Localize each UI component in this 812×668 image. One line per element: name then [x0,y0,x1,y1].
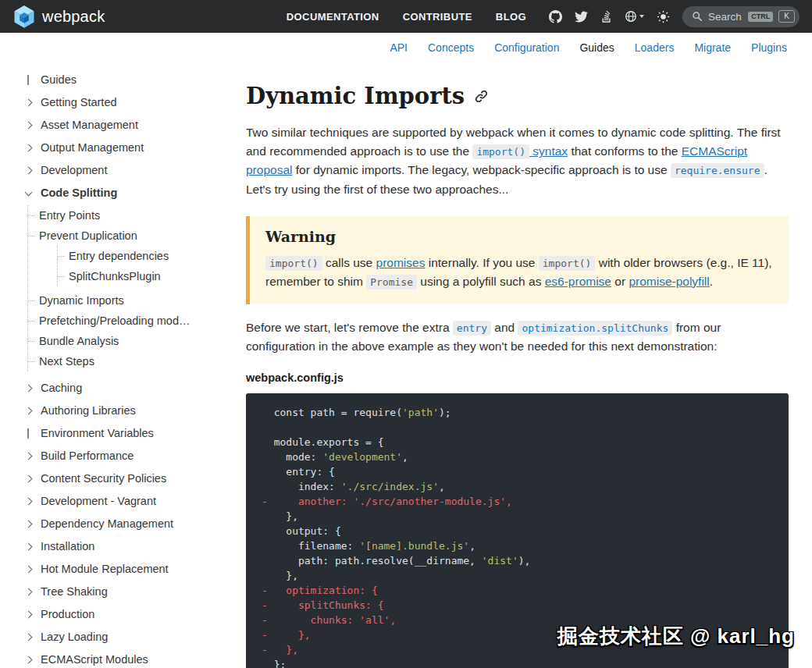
sidebar-item-development[interactable]: Development [23,159,234,182]
chevron-right-icon [23,100,33,105]
sidebar-item-dependency-management[interactable]: Dependency Management [23,513,234,535]
sidebar-item-label: Lazy Loading [41,626,108,648]
sidebar-item-prevent-duplication[interactable]: Prevent DuplicationEntry dependenciesSpl… [28,226,234,286]
sidebar-item-dynamic-imports[interactable]: Dynamic Imports [28,290,234,311]
sidebar-item-entry-dependencies[interactable]: Entry dependencies [58,246,234,266]
chevron-right-icon [23,544,33,549]
sidebar-group: Guides [23,69,234,91]
top-nav-documentation[interactable]: DOCUMENTATION [275,11,391,23]
webpack-logo[interactable]: webpack [12,5,105,29]
page-bar-icon [27,75,29,85]
sidebar-item-caching[interactable]: Caching [23,377,234,400]
inline-link[interactable]: promises [376,256,426,269]
sidebar-item-next-steps[interactable]: Next Steps [28,351,234,371]
sidebar-item-environment-variables[interactable]: Environment Variables [23,422,234,445]
sidebar-item-label: Asset Management [41,114,138,137]
subnav-configuration[interactable]: Configuration [494,41,559,54]
text-segment: calls use [322,256,376,269]
sidebar-item-entry-points[interactable]: Entry Points [28,205,234,226]
chevron-right-icon [24,543,32,551]
chevron-right-icon [23,408,33,414]
sidebar-item-splitchunksplugin[interactable]: SplitChunksPlugin [58,266,234,286]
search-box[interactable]: Search CTRL K [682,6,800,27]
subnav-loaders[interactable]: Loaders [635,41,675,54]
inline-link[interactable]: es6-promise [545,275,611,288]
text-segment: using a polyfill such as [417,275,545,288]
top-nav-contribute[interactable]: CONTRIBUTE [391,11,484,23]
sidebar-item-label: Caching [41,377,82,400]
doc-section-nav: APIConceptsConfigurationGuidesLoadersMig… [0,33,812,62]
sidebar-item-label: Development - Vagrant [41,490,156,513]
sidebar-item-build-performance[interactable]: Build Performance [23,445,234,467]
github-icon[interactable] [549,10,562,23]
subnav-guides[interactable]: Guides [579,41,614,54]
chevron-right-icon [24,385,32,393]
sidebar-item-installation[interactable]: Installation [23,535,234,558]
sidebar-item-prefetching-preloading-mod[interactable]: Prefetching/Preloading mod… [28,311,234,331]
top-nav-blog[interactable]: BLOG [484,11,538,23]
top-nav: DOCUMENTATIONCONTRIBUTEBLOG [275,11,538,23]
sidebar-item-authoring-libraries[interactable]: Authoring Libraries [23,400,234,422]
subnav-api[interactable]: API [390,41,408,54]
chevron-right-icon [23,123,33,128]
sidebar-item-label: Tree Shaking [41,581,108,603]
subnav-migrate[interactable]: Migrate [694,41,731,54]
code-line: index: './src/index.js', [262,479,776,494]
code-line [262,420,776,435]
webpack-cube-icon [12,5,36,29]
sidebar-item-getting-started[interactable]: Getting Started [23,91,234,114]
inline-code-link[interactable]: entry [453,321,491,336]
inline-code-link[interactable]: optimization.splitChunks [518,321,672,336]
anchor-link-icon[interactable] [474,89,489,104]
ctrl-key-badge: CTRL [748,12,773,22]
sidebar-item-tree-shaking[interactable]: Tree Shaking [23,581,234,603]
inline-link[interactable]: syntax [529,144,568,158]
code-line: mode: 'development', [262,449,776,464]
subnav-concepts[interactable]: Concepts [428,41,474,54]
chevron-right-icon [23,567,33,572]
inline-code-link[interactable]: require.ensure [671,163,764,178]
warning-title: Warning [265,228,773,245]
chevron-right-icon [24,634,32,641]
stackoverflow-icon[interactable] [600,10,612,23]
chevron-right-icon [24,588,32,596]
sidebar-item-bundle-analysis[interactable]: Bundle Analysis [28,331,234,351]
chevron-right-icon [23,657,33,663]
text-segment: or [611,275,629,288]
code-line: }, [262,509,776,524]
sidebar-item-label: Build Performance [41,445,134,467]
text-segment: and [491,321,518,334]
sidebar-item-asset-management[interactable]: Asset Management [23,114,234,137]
sidebar-item-label: Entry Points [39,209,100,222]
code-line: entry: { [262,464,776,479]
sidebar-item-development-vagrant[interactable]: Development - Vagrant [23,490,234,513]
sidebar-item-output-management[interactable]: Output Management [23,137,234,159]
twitter-icon[interactable] [575,10,588,23]
inline-code-link[interactable]: import() [472,144,529,159]
subnav-plugins[interactable]: Plugins [751,41,787,54]
chevron-right-icon [24,611,32,619]
chevron-right-icon [24,453,32,460]
language-icon[interactable] [625,10,644,23]
chevron-right-icon [23,476,33,481]
chevron-right-icon [23,612,33,617]
inline-link[interactable]: promise-polyfill [629,275,709,288]
sidebar-item-ecmascript-modules[interactable]: ECMAScript Modules [23,648,234,668]
sidebar-item-content-security-policies[interactable]: Content Security Policies [23,467,234,490]
chevron-right-icon [23,499,33,504]
chevron-down-icon [24,188,32,196]
sidebar-item-code-splitting[interactable]: Code Splitting [23,182,234,204]
sidebar-group: Build Performance [23,445,234,467]
sidebar-group: Content Security Policies [23,467,234,490]
code-line-removed: - optimization: { [262,583,776,598]
before-paragraph: Before we start, let's remove the extra … [246,318,789,356]
chevron-right-icon [24,475,32,483]
code-line: filename: '[name].bundle.js', [262,538,776,553]
search-icon [692,11,703,22]
theme-icon[interactable] [657,10,670,23]
sidebar-item-guides[interactable]: Guides [23,69,234,91]
sidebar-group: Caching [23,377,234,400]
sidebar-item-lazy-loading[interactable]: Lazy Loading [23,626,234,648]
sidebar-item-hot-module-replacement[interactable]: Hot Module Replacement [23,558,234,581]
sidebar-item-production[interactable]: Production [23,603,234,626]
